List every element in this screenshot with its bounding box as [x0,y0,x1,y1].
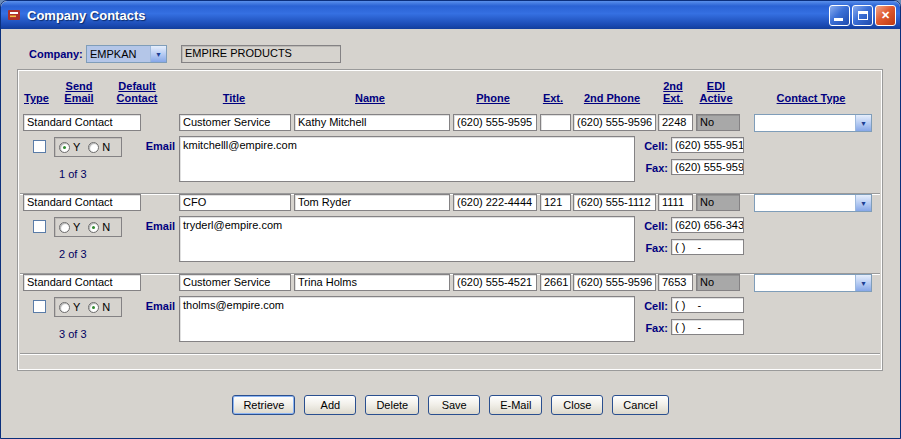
button-bar: Retrieve Add Delete Save E-Mail Close Ca… [1,395,900,415]
retrieve-button[interactable]: Retrieve [232,395,295,415]
add-button[interactable]: Add [304,395,356,415]
chevron-down-icon[interactable]: ▼ [150,46,166,62]
chevron-down-icon[interactable]: ▼ [855,275,871,291]
ext-field[interactable] [540,114,571,131]
titlebar-minimize-button[interactable] [829,5,850,26]
cell-field[interactable]: (620) 555-9511 [671,137,744,153]
default-contact-checkbox[interactable] [33,220,46,233]
header-contact-type: Contact Type [777,92,846,104]
record-position: 2 of 3 [59,248,87,260]
window: Company Contacts ✕ Company: EMPKAN ▼ EMP… [0,0,901,439]
contact-row: Standard Contact Customer Service Kathy … [20,114,880,194]
second-ext-field[interactable]: 2248 [658,114,693,131]
header-title: Title [223,92,245,104]
titlebar-close-button[interactable]: ✕ [875,5,896,26]
cell-field[interactable]: ( ) - [671,297,744,313]
contacts-panel: Type Send Email Default Contact Title Na… [17,69,883,371]
fax-field[interactable]: ( ) - [671,239,744,255]
email-field[interactable]: tryderl@empire.com [179,216,635,262]
titlebar-maximize-button[interactable] [852,5,873,26]
header-ext: Ext. [543,92,563,104]
close-button[interactable]: Close [551,395,603,415]
type-field[interactable]: Standard Contact [23,274,141,291]
phone-field[interactable]: (620) 555-9595 [453,114,537,131]
email-label: Email [130,220,175,232]
send-email-y-label: Y [73,141,80,153]
contact-type-value [755,195,855,211]
cell-label: Cell: [630,220,668,232]
contact-row: Standard Contact Customer Service Trina … [20,274,880,354]
contact-type-combo[interactable]: ▼ [754,274,872,292]
cancel-button[interactable]: Cancel [612,395,668,415]
phone-field[interactable]: (620) 555-4521 [453,274,537,291]
name-field[interactable]: Tom Ryder [294,194,450,211]
company-combo[interactable]: EMPKAN ▼ [86,45,167,63]
send-email-y-label: Y [73,221,80,233]
company-combo-value: EMPKAN [87,46,150,62]
cell-label: Cell: [630,140,668,152]
second-phone-field[interactable]: (620) 555-9596 [573,114,656,131]
title-field[interactable]: CFO [179,194,291,211]
contact-type-combo[interactable]: ▼ [754,114,872,132]
header-type: Type [24,92,49,104]
send-email-n-label: N [102,141,110,153]
chevron-down-icon[interactable]: ▼ [855,115,871,131]
title-field[interactable]: Customer Service [179,274,291,291]
titlebar: Company Contacts ✕ [1,1,900,29]
contact-type-value [755,275,855,291]
email-button[interactable]: E-Mail [489,395,542,415]
type-field[interactable]: Standard Contact [23,114,141,131]
maximize-icon [858,11,868,20]
send-email-y-radio[interactable] [59,222,70,233]
fax-label: Fax: [630,162,668,174]
send-email-y-radio[interactable] [59,142,70,153]
second-phone-field[interactable]: (620) 555-9596 [573,274,656,291]
save-button[interactable]: Save [428,395,480,415]
send-email-y-radio[interactable] [59,302,70,313]
header-second-ext: 2nd Ext. [663,80,683,104]
edi-active-field: No [696,114,740,131]
delete-button[interactable]: Delete [365,395,419,415]
record-position: 1 of 3 [59,168,87,180]
send-email-radio-group: Y N [54,137,122,157]
second-ext-field[interactable]: 1111 [658,194,693,211]
email-label: Email [130,140,175,152]
title-field[interactable]: Customer Service [179,114,291,131]
fax-label: Fax: [630,242,668,254]
ext-field[interactable]: 2661 [540,274,571,291]
header-phone: Phone [476,92,510,104]
email-field[interactable]: tholms@empire.com [179,296,635,342]
company-name-field: EMPIRE PRODUCTS [181,45,341,63]
name-field[interactable]: Trina Holms [294,274,450,291]
cell-label: Cell: [630,300,668,312]
type-field[interactable]: Standard Contact [23,194,141,211]
send-email-n-radio[interactable] [88,222,99,233]
send-email-n-label: N [102,301,110,313]
ext-field[interactable]: 121 [540,194,571,211]
fax-field[interactable]: (620) 555-9596 [671,159,744,175]
send-email-n-radio[interactable] [88,302,99,313]
fax-field[interactable]: ( ) - [671,319,744,335]
name-field[interactable]: Kathy Mitchell [294,114,450,131]
header-edi-active: EDI Active [699,80,732,104]
phone-field[interactable]: (620) 222-4444 [453,194,537,211]
cell-field[interactable]: (620) 656-3434 [671,217,744,233]
email-label: Email [130,300,175,312]
second-ext-field[interactable]: 7653 [658,274,693,291]
dialog-body: Company: EMPKAN ▼ EMPIRE PRODUCTS Type S… [1,29,900,439]
contact-type-combo[interactable]: ▼ [754,194,872,212]
send-email-y-label: Y [73,301,80,313]
header-second-phone: 2nd Phone [584,92,640,104]
second-phone-field[interactable]: (620) 555-1112 [573,194,656,211]
edi-active-field: No [696,274,740,291]
send-email-n-radio[interactable] [88,142,99,153]
default-contact-checkbox[interactable] [33,140,46,153]
default-contact-checkbox[interactable] [33,300,46,313]
email-field[interactable]: kmitchelll@empire.com [179,136,635,182]
minimize-icon [834,18,843,21]
contact-type-value [755,115,855,131]
window-icon[interactable] [6,7,22,23]
chevron-down-icon[interactable]: ▼ [855,195,871,211]
company-label: Company: [29,48,83,60]
header-name: Name [355,92,385,104]
